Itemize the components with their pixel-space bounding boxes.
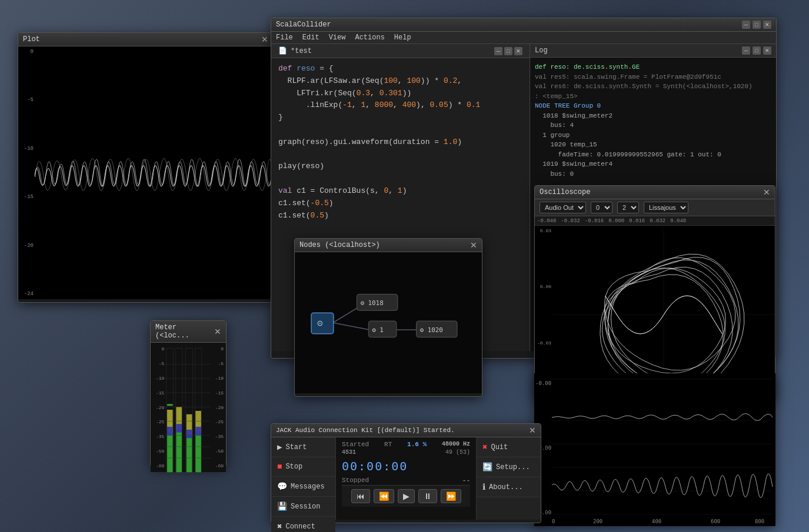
osc-y-label-2: -0.03	[536, 340, 551, 346]
log-close-btn[interactable]: ✕	[763, 46, 771, 55]
transport-pause-button[interactable]: ⏸	[418, 489, 437, 503]
svg-text:600: 600	[711, 518, 720, 524]
scala-minimize-button[interactable]: ─	[742, 21, 750, 29]
plot-title: Plot	[23, 35, 40, 44]
svg-rect-27	[196, 433, 202, 473]
meter-body: 0 -5 -10 -15 -20 -25 -35 -50 -60	[151, 343, 226, 472]
osc-channel-left-select[interactable]: 0	[591, 202, 612, 213]
osc-scale-bar: -0.048 -0.032 -0.016 0.000 0.016 0.032 0…	[535, 216, 775, 226]
meter-bars-svg	[165, 345, 211, 476]
menu-file[interactable]: File	[276, 34, 293, 42]
svg-rect-0	[35, 55, 273, 299]
log-controls: ─ □ ✕	[742, 46, 771, 55]
nodes-window: Nodes (<localhost>) ✕ ⚙ ⚙ 1018 ⚙ 1 ⚙ 102…	[294, 238, 482, 397]
waveform-svg: // Will be drawn via SVG paths	[35, 55, 273, 299]
jack-messages-button[interactable]: 💬 Messages	[271, 477, 335, 497]
meter-labels-right: 0 -5 -10 -15 -20 -25 -35 -50 -60	[212, 345, 224, 470]
jack-status-area: Started RT 1.6 % 48000 Hz 4531 49 (53) 0…	[336, 437, 476, 520]
connect-icon: ✖	[277, 521, 282, 531]
svg-rect-14	[167, 433, 173, 473]
svg-rect-23	[187, 436, 192, 473]
jack-about-button[interactable]: ℹ About...	[477, 477, 541, 497]
waveform-display: // Will be drawn via SVG paths	[35, 55, 273, 299]
transport-back-button[interactable]: ⏪	[374, 489, 394, 503]
svg-rect-29	[196, 427, 202, 435]
editor-minimize-btn[interactable]: ─	[494, 47, 502, 55]
menu-actions[interactable]: Actions	[355, 34, 384, 42]
meter-titlebar: Meter (<loc... ✕	[151, 321, 226, 343]
transport-rewind-button[interactable]: ⏮	[351, 489, 370, 503]
scala-close-button[interactable]: ✕	[763, 21, 771, 29]
jack-session-label: Session	[291, 503, 320, 511]
meter-label-1: -5	[153, 361, 164, 366]
jack-about-label: About...	[489, 483, 523, 491]
editor-restore-btn[interactable]: □	[504, 47, 512, 55]
meter-label-r5: -25	[212, 419, 224, 424]
jack-timer: 00:00:00	[342, 459, 470, 473]
svg-rect-21	[177, 424, 182, 432]
stop-icon: ■	[277, 462, 282, 471]
svg-rect-19	[177, 430, 182, 472]
jack-dsp-value: 49 (53)	[445, 449, 470, 456]
jack-setup-button[interactable]: 🔄 Setup...	[477, 457, 541, 477]
jack-rt-value: 1.6 %	[407, 441, 427, 448]
osc-scale-label-3: -0.016	[585, 218, 604, 224]
svg-text:⚙: ⚙	[317, 317, 323, 329]
plot-titlebar: Plot ✕	[18, 33, 273, 46]
jack-session-button[interactable]: 💾 Session	[271, 497, 335, 517]
scala-titlebar: ScalaCollider ─ □ ✕	[271, 18, 776, 32]
jack-stopped-row: Stopped --	[342, 477, 470, 484]
jack-quit-button[interactable]: ✖ Quit	[477, 437, 541, 457]
meter-window: Meter (<loc... ✕ 0 -5 -10 -15 -20 -25 -3…	[150, 320, 227, 467]
transport-play-button[interactable]: ▶	[398, 489, 415, 503]
jack-transport-controls: ⏮ ⏪ ▶ ⏸ ⏩	[342, 485, 470, 507]
osc-title: Oscilloscope	[540, 188, 590, 196]
meter-label-r4: -20	[212, 405, 224, 410]
transport-forward-button[interactable]: ⏩	[441, 489, 461, 503]
y-label-2: -10	[19, 146, 34, 152]
jack-start-button[interactable]: ▶ Start	[271, 437, 335, 457]
jack-body: ▶ Start ■ Stop 💬 Messages 💾 Session ✖ Co…	[271, 437, 541, 520]
scala-window-controls: ─ □ ✕	[742, 21, 771, 29]
svg-rect-17	[167, 427, 173, 435]
scala-menubar: File Edit View Actions Help	[271, 32, 776, 44]
nodes-canvas: ⚙ ⚙ 1018 ⚙ 1 ⚙ 1020	[295, 252, 482, 393]
svg-rect-41	[534, 373, 775, 526]
editor-tab-label: *test	[291, 47, 312, 55]
file-icon: 📄	[278, 46, 287, 55]
log-restore-btn[interactable]: □	[753, 46, 761, 55]
jack-close-button[interactable]: ✕	[529, 426, 536, 434]
menu-help[interactable]: Help	[394, 34, 411, 42]
meter-close-button[interactable]: ✕	[214, 327, 221, 336]
play-icon: ▶	[277, 442, 282, 452]
nodes-title: Nodes (<localhost>)	[299, 241, 380, 249]
osc-mode-select[interactable]: Lissajous	[644, 202, 688, 213]
setup-icon: 🔄	[482, 462, 492, 472]
editor-tab: 📄 *test ─ □ ✕	[271, 44, 530, 58]
menu-view[interactable]: View	[329, 34, 346, 42]
quit-icon: ✖	[482, 442, 487, 452]
y-label-3: -15	[19, 194, 34, 200]
plot-close-button[interactable]: ✕	[261, 35, 268, 44]
osc-source-select[interactable]: Audio Out	[540, 202, 586, 213]
y-label-4: -20	[19, 243, 34, 249]
osc-channel-right-select[interactable]: 2	[617, 202, 639, 213]
svg-text:200: 200	[593, 518, 602, 524]
svg-text:⚙ 1020: ⚙ 1020	[420, 326, 443, 334]
meter-label-0: 0	[153, 346, 164, 352]
plot-y-axis: 0 -5 -10 -15 -20 -24	[18, 46, 35, 299]
jack-connect-button[interactable]: ✖ Connect	[271, 517, 335, 532]
meter-label-r0: 0	[212, 346, 224, 352]
jack-started-row: Started RT 1.6 % 48000 Hz	[342, 441, 470, 448]
log-minimize-btn[interactable]: ─	[742, 46, 750, 55]
nodes-titlebar: Nodes (<localhost>) ✕	[295, 239, 482, 252]
osc-close-button[interactable]: ✕	[763, 188, 770, 196]
scala-maximize-button[interactable]: □	[753, 21, 761, 29]
nodes-close-button[interactable]: ✕	[470, 241, 477, 249]
jack-stopped-label: Stopped	[342, 477, 369, 484]
log-titlebar: Log ─ □ ✕	[530, 44, 776, 58]
jack-started-label: Started	[342, 441, 369, 448]
menu-edit[interactable]: Edit	[302, 34, 319, 42]
jack-stop-button[interactable]: ■ Stop	[271, 457, 335, 477]
editor-close-btn[interactable]: ✕	[514, 47, 522, 55]
